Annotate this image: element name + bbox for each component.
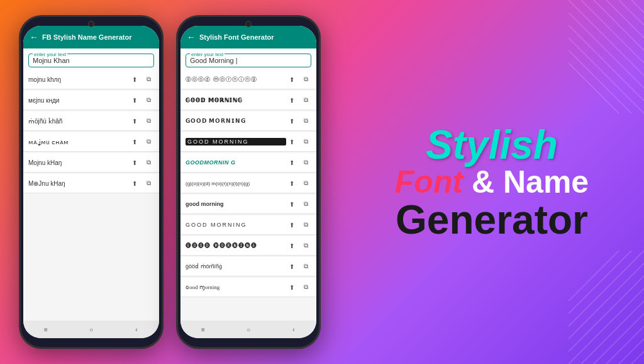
phone1-home-icon[interactable]: ○ [87,325,96,334]
phone2-home-icon[interactable]: ○ [244,325,253,334]
phone2: ← Stylish Font Generator enter your text… [176,15,321,349]
svg-line-20 [619,339,644,364]
share-button[interactable]: ⬆ [129,74,140,85]
copy-button[interactable]: ⧉ [300,136,311,147]
list-item: Mojnu kHaŋ ⬆ ⧉ [23,153,159,173]
phone1-text-input[interactable]: Mojnu Khan [33,57,150,64]
share-button[interactable]: ⬆ [286,136,297,147]
share-button[interactable]: ⬆ [129,94,140,106]
list-item: GOOD MORNING ⬆ ⧉ [180,215,316,235]
copy-button[interactable]: ⧉ [300,219,311,230]
share-button[interactable]: ⬆ [286,240,297,251]
copy-button[interactable]: ⧉ [300,157,311,168]
font-text: ᴍᴀ.ʝᴍᴜ ᴄʜᴀᴍ [28,139,129,145]
font-text: 🅖🅞🅞🅓 🅜🅞🅡🅝🅘🅝🅖 [186,242,286,249]
svg-line-18 [569,251,631,314]
font-text: ɢood ɱorning [186,284,286,290]
share-button[interactable]: ⬆ [129,115,140,127]
svg-line-13 [581,301,644,364]
phone1-screen: ← FB Stylish Name Generator enter your t… [23,26,159,338]
font-actions: ⬆ ⧉ [129,94,154,106]
list-item: ɢood ɱorning ⬆ ⧉ [180,278,316,297]
share-button[interactable]: ⬆ [129,136,140,147]
svg-line-1 [594,0,644,50]
phone1-input-label: enter your text [33,52,67,57]
list-item: 𝔾𝕆𝕆𝔻 𝕄𝕆ℝℕ𝕀ℕ𝔾 ⬆ ⧉ [180,91,316,110]
font-actions: ⬆ ⧉ [286,219,311,230]
phone2-font-list: ⓖⓞⓞⓓ ⓜⓞⓡⓝⓘⓝⓖ ⬆ ⧉ 𝔾𝕆𝕆𝔻 𝕄𝕆ℝℕ𝕀ℕ𝔾 ⬆ ⧉ 𝗚𝗢𝗢𝗗 � [180,70,316,321]
svg-line-21 [631,351,644,364]
share-button[interactable]: ⬆ [286,219,297,230]
phone2-bottom-nav: ≡ ○ ‹ [180,321,316,338]
list-item: GOOD MORNING ⬆ ⧉ [180,132,316,152]
copy-button[interactable]: ⧉ [143,74,154,85]
svg-line-9 [619,0,644,25]
phone2-menu-icon[interactable]: ≡ [199,325,208,334]
font-actions: ⬆ ⧉ [129,115,154,127]
font-actions: ⬆ ⧉ [286,94,311,106]
list-item: 🅖🅞🅞🅓 🅜🅞🅡🅝🅘🅝🅖 ⬆ ⧉ [180,236,316,256]
svg-line-3 [569,0,644,76]
svg-line-8 [569,63,619,113]
copy-button[interactable]: ⧉ [143,115,154,127]
phone1-menu-icon[interactable]: ≡ [42,325,50,334]
list-item: ġööḋ ṁörñïñġ ⬆ ⧉ [180,257,316,276]
phone1-bottom-nav: ≡ ○ ‹ [23,321,159,338]
svg-line-15 [569,276,644,351]
svg-line-6 [569,38,644,113]
share-button[interactable]: ⬆ [286,115,297,127]
copy-button[interactable]: ⧉ [300,261,311,272]
phone1-back-nav-icon[interactable]: ‹ [132,325,141,334]
phone2-back-nav-icon[interactable]: ‹ [289,325,298,334]
phones-container: ← FB Stylish Name Generator enter your t… [0,3,340,361]
copy-button[interactable]: ⧉ [300,198,311,210]
share-button[interactable]: ⬆ [286,74,297,85]
copy-button[interactable]: ⧉ [143,94,154,106]
share-button[interactable]: ⬆ [286,282,297,293]
phone1-back-button[interactable]: ← [30,32,38,42]
svg-line-10 [631,0,644,13]
svg-line-7 [569,50,631,113]
promo-line3: Generator [396,200,588,240]
phone2-back-button[interactable]: ← [187,32,196,42]
svg-line-19 [569,251,619,301]
phone2-input-area: enter your text Good Morning | [180,48,316,70]
list-item: GOODMORNIN G ⬆ ⧉ [180,153,316,173]
list-item: mojnu khлŋ ⬆ ⧉ [23,70,159,89]
list-item: ᴍᴀ.ʝᴍᴜ ᴄʜᴀᴍ ⬆ ⧉ [23,132,159,152]
font-actions: ⬆ ⧉ [129,74,154,85]
list-item: good morning ⬆ ⧉ [180,195,316,214]
promo-line2: Font & Name [395,165,589,200]
font-text: (g)(o)(o)(d) m(o)(r)(n)(i)(n)(g) [186,181,286,186]
phone2-text-input[interactable]: Good Morning | [190,57,307,64]
font-text: ṁöjñú k̂hâñ [28,118,129,125]
copy-button[interactable]: ⧉ [300,115,311,127]
list-item: (g)(o)(o)(d) m(o)(r)(n)(i)(n)(g) ⬆ ⧉ [180,174,316,193]
copy-button[interactable]: ⧉ [143,178,154,189]
copy-button[interactable]: ⧉ [300,74,311,85]
list-item: M⊕Jnu kHaŋ ⬆ ⧉ [23,174,159,193]
svg-line-17 [569,251,644,326]
svg-line-12 [594,314,644,364]
copy-button[interactable]: ⧉ [143,157,154,168]
font-actions: ⬆ ⧉ [286,115,311,127]
share-button[interactable]: ⬆ [129,157,140,168]
phone1-input-wrapper: enter your text Mojnu Khan [28,54,154,67]
share-button[interactable]: ⬆ [129,178,140,189]
font-actions: ⬆ ⧉ [286,198,311,210]
share-button[interactable]: ⬆ [286,157,297,168]
share-button[interactable]: ⬆ [286,178,297,189]
svg-line-11 [606,326,644,364]
copy-button[interactable]: ⧉ [300,178,311,189]
font-actions: ⬆ ⧉ [286,74,311,85]
copy-button[interactable]: ⧉ [300,282,311,293]
share-button[interactable]: ⬆ [286,94,297,106]
copy-button[interactable]: ⧉ [143,136,154,147]
copy-button[interactable]: ⧉ [300,94,311,106]
svg-line-4 [569,13,644,88]
font-actions: ⬆ ⧉ [286,261,311,272]
share-button[interactable]: ⬆ [286,261,297,272]
list-item: 𝗚𝗢𝗢𝗗 𝗠𝗢𝗥𝗡𝗜𝗡𝗚 ⬆ ⧉ [180,111,316,131]
copy-button[interactable]: ⧉ [300,240,311,251]
share-button[interactable]: ⬆ [286,198,297,210]
